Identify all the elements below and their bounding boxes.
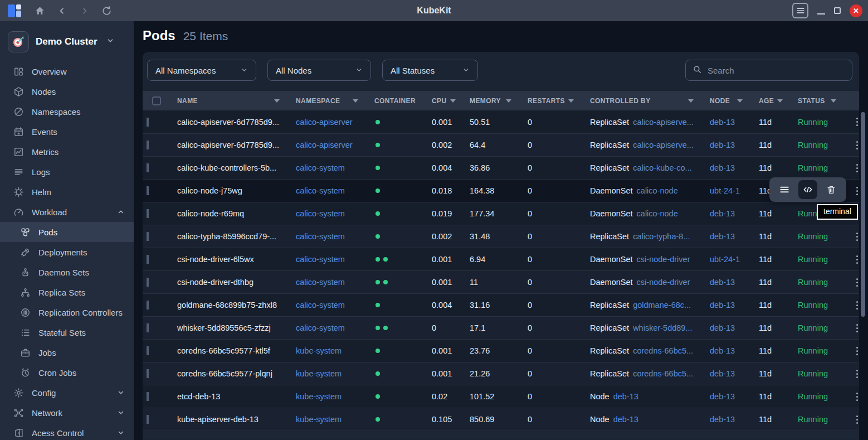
sidebar-item-pods[interactable]: Pods	[0, 222, 134, 242]
table-row[interactable]: coredns-66bc5c9577-plqnj kube-system 0.0…	[143, 362, 859, 385]
sidebar-item-namespaces[interactable]: Namespaces	[0, 101, 134, 122]
row-checkbox[interactable]	[147, 118, 149, 127]
column-header-cpu[interactable]: CPU	[424, 97, 462, 105]
row-menu-button[interactable]	[845, 164, 859, 172]
row-checkbox[interactable]	[147, 346, 149, 355]
sidebar-item-metrics[interactable]: Metrics	[0, 142, 134, 162]
row-checkbox[interactable]	[147, 392, 149, 401]
row-checkbox[interactable]	[147, 415, 149, 424]
namespace-link[interactable]: kube-system	[288, 392, 367, 401]
node-link[interactable]: deb-13	[702, 369, 751, 378]
controller-link[interactable]: calico-kube-co...	[633, 163, 692, 172]
namespace-link[interactable]: calico-system	[288, 301, 367, 310]
table-row[interactable]: coredns-66bc5c9577-ktl5f kube-system 0.0…	[143, 339, 859, 362]
row-menu-button[interactable]	[845, 393, 859, 401]
namespace-link[interactable]: calico-system	[288, 186, 367, 195]
node-link[interactable]: deb-13	[702, 118, 751, 127]
node-link[interactable]: deb-13	[702, 346, 751, 355]
namespace-link[interactable]: calico-apiserver	[288, 118, 367, 127]
delete-icon[interactable]	[822, 180, 841, 199]
row-menu-button[interactable]	[845, 278, 859, 287]
sort-arrow-icon[interactable]	[274, 99, 280, 103]
row-checkbox[interactable]	[147, 278, 149, 287]
row-checkbox[interactable]	[147, 186, 149, 195]
controller-link[interactable]: calico-apiserve...	[633, 118, 694, 127]
sidebar-item-overview[interactable]: Overview	[0, 61, 134, 81]
menu-button[interactable]	[792, 3, 808, 18]
cluster-switcher[interactable]: Demo Cluster	[0, 21, 134, 60]
node-link[interactable]: deb-13	[702, 278, 751, 287]
sidebar-item-replication-controllers[interactable]: Replication Controllers	[0, 302, 134, 322]
table-row[interactable]: csi-node-driver-6l5wx calico-system 0.00…	[143, 248, 859, 270]
node-link[interactable]: deb-13	[702, 323, 751, 332]
sort-arrow-icon[interactable]	[831, 99, 836, 103]
namespace-link[interactable]: kube-system	[288, 346, 367, 355]
search-input[interactable]	[708, 66, 845, 75]
close-button[interactable]: ✕	[850, 4, 862, 17]
node-link[interactable]: deb-13	[702, 301, 751, 310]
row-checkbox[interactable]	[147, 369, 149, 378]
namespace-link[interactable]: calico-system	[288, 278, 367, 287]
table-row[interactable]: calico-typha-85996ccd79-... calico-syste…	[143, 225, 859, 248]
row-menu-button[interactable]	[845, 141, 859, 149]
row-checkbox[interactable]	[147, 301, 149, 310]
sort-arrow-icon[interactable]	[688, 99, 694, 103]
back-icon[interactable]	[55, 3, 69, 18]
node-link[interactable]: deb-13	[702, 163, 751, 172]
reload-icon[interactable]	[99, 3, 114, 18]
column-header-namespace[interactable]: NAMESPACE	[288, 97, 367, 105]
controller-link[interactable]: deb-13	[613, 392, 638, 401]
sidebar-item-cron-jobs[interactable]: Cron Jobs	[0, 362, 134, 383]
sort-arrow-icon[interactable]	[737, 99, 743, 103]
controller-link[interactable]: csi-node-driver	[637, 255, 690, 264]
node-link[interactable]: deb-13	[702, 141, 751, 149]
sidebar-item-logs[interactable]: Logs	[0, 162, 134, 182]
maximize-button[interactable]	[834, 7, 841, 14]
controller-link[interactable]: calico-typha-8...	[633, 232, 690, 241]
row-menu-button[interactable]	[845, 324, 859, 332]
table-row[interactable]: calico-node-j75wg calico-system 0.018 16…	[143, 179, 859, 202]
home-icon[interactable]	[32, 3, 47, 18]
sidebar-item-jobs[interactable]: Jobs	[0, 342, 134, 362]
forward-icon[interactable]	[77, 3, 91, 18]
sidebar-item-helm[interactable]: Helm	[0, 182, 134, 202]
row-checkbox[interactable]	[147, 209, 149, 218]
table-row[interactable]: calico-apiserver-6d7785d9... calico-apis…	[143, 110, 859, 133]
row-menu-button[interactable]	[845, 301, 859, 310]
sidebar-item-workload[interactable]: Workload	[0, 202, 134, 222]
namespace-link[interactable]: calico-system	[288, 232, 367, 241]
sidebar-item-events[interactable]: Events	[0, 122, 134, 142]
sidebar-item-stateful-sets[interactable]: Stateful Sets	[0, 322, 134, 342]
column-header-restarts[interactable]: RESTARTS	[520, 97, 582, 105]
controller-link[interactable]: coredns-66bc5...	[633, 369, 693, 378]
row-menu-button[interactable]	[845, 370, 859, 378]
sidebar-item-config[interactable]: Config	[0, 383, 134, 403]
row-checkbox[interactable]	[147, 163, 149, 172]
controller-link[interactable]: coredns-66bc5...	[633, 346, 693, 355]
status-filter-select[interactable]: All Statuses	[382, 60, 478, 81]
namespace-link[interactable]: calico-system	[288, 163, 367, 172]
column-header-name[interactable]: NAME	[169, 97, 288, 105]
node-link[interactable]: deb-13	[702, 209, 751, 218]
table-row[interactable]: calico-node-r69mq calico-system 0.019 17…	[143, 202, 859, 225]
sort-arrow-icon[interactable]	[450, 99, 456, 103]
row-checkbox[interactable]	[147, 232, 149, 241]
column-header-age[interactable]: AGE	[751, 97, 790, 105]
table-row[interactable]: calico-kube-controllers-5b... calico-sys…	[143, 156, 859, 179]
node-link[interactable]: deb-13	[702, 392, 751, 401]
controller-link[interactable]: csi-node-driver	[637, 278, 690, 287]
column-header-controlled-by[interactable]: CONTROLLED BY	[582, 97, 702, 105]
controller-link[interactable]: calico-apiserve...	[633, 141, 694, 149]
row-menu-button[interactable]	[845, 347, 859, 355]
column-header-status[interactable]: STATUS	[790, 97, 845, 105]
sort-arrow-icon[interactable]	[506, 99, 511, 103]
column-header-node[interactable]: NODE	[702, 97, 751, 105]
node-link[interactable]: ubt-24-1	[702, 186, 751, 195]
sidebar-item-daemon-sets[interactable]: Daemon Sets	[0, 262, 134, 282]
namespace-link[interactable]: calico-system	[288, 255, 367, 264]
sort-arrow-icon[interactable]	[777, 99, 783, 103]
table-row[interactable]: etcd-deb-13 kube-system 0.02 101.52 0 No…	[143, 385, 859, 408]
sidebar-item-acess-control[interactable]: Acess Control	[0, 423, 134, 440]
row-menu-button[interactable]	[845, 233, 859, 241]
controller-link[interactable]: deb-13	[613, 415, 638, 424]
